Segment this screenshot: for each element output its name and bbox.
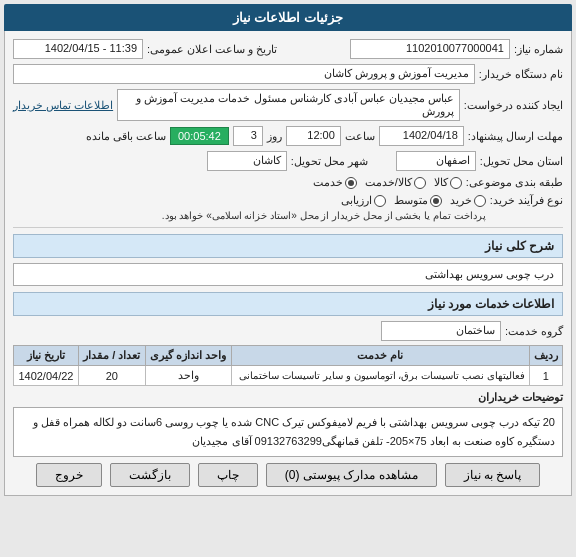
استان-label: استان محل تحویل:: [480, 155, 563, 168]
radio-کالا-خدمت[interactable]: کالا/خدمت: [365, 176, 426, 189]
اطلاعات-تماس-link[interactable]: اطلاعات تماس خریدار: [13, 99, 113, 112]
اطلاعات-خدمات-label: اطلاعات خدمات مورد نیاز: [428, 297, 554, 311]
گروه-خدمت-label: گروه خدمت:: [505, 325, 563, 338]
radio-label-خدمت: خدمت: [313, 176, 343, 189]
bottom-buttons: پاسخ به نیاز مشاهده مدارک پیوستی (0) چاپ…: [13, 463, 563, 487]
مهلت-date: 1402/04/18: [379, 126, 464, 146]
شهر-value: کاشان: [207, 151, 287, 171]
شرح-کلی-value: درب چوبی سرویس بهداشتی: [13, 263, 563, 286]
radio-circle-متوسط[interactable]: [430, 195, 442, 207]
radio-label-ارزیابی: ارزیابی: [341, 194, 372, 207]
col-ردیف: ردیف: [529, 346, 562, 366]
طبقه-radios: کالا کالا/خدمت خدمت: [313, 176, 462, 189]
cell-تعداد: 20: [78, 366, 145, 386]
شماره-نیاز-label: شماره نیاز:: [514, 43, 563, 56]
radio-label-کالا-خدمت: کالا/خدمت: [365, 176, 412, 189]
ایجاد-label: ایجاد کننده درخواست:: [464, 99, 563, 112]
روز-value: 3: [233, 126, 263, 146]
طبقه-label: طبقه بندی موضوعی:: [466, 176, 563, 189]
نوع-فرآیند-label: نوع فرآیند خرید:: [490, 194, 563, 207]
cell-تاریخ: 1402/04/22: [14, 366, 79, 386]
شماره-نیاز-value: 1102010077000041: [350, 39, 510, 59]
استان-value: اصفهان: [396, 151, 476, 171]
radio-ارزیابی[interactable]: ارزیابی: [341, 194, 386, 207]
col-نام-خدمت: نام خدمت: [231, 346, 529, 366]
radio-خرید[interactable]: خرید: [450, 194, 486, 207]
ساعت-label: ساعت: [345, 130, 375, 143]
نوع-radios: خرید متوسط ارزیابی: [162, 194, 486, 207]
radio-circle-ارزیابی[interactable]: [374, 195, 386, 207]
radio-خدمت[interactable]: خدمت: [313, 176, 357, 189]
شهر-label: شهر محل تحویل:: [291, 155, 368, 168]
radio-label-کالا: کالا: [434, 176, 448, 189]
نوع-desc: پرداخت تمام یا بخشی از محل خریدار از محل…: [162, 210, 486, 221]
header-title: جزئیات اطلاعات نیاز: [233, 10, 343, 25]
table-row: 1 فعالیتهای نصب تاسیسات برق، اتوماسیون و…: [14, 366, 563, 386]
شرح-کلی-section: شرح کلی نیاز: [13, 234, 563, 258]
چاپ-button[interactable]: چاپ: [198, 463, 258, 487]
توضیحات-label: توضیحات خریداران: [478, 391, 563, 404]
page-header: جزئیات اطلاعات نیاز: [4, 4, 572, 31]
col-تعداد: تعداد / مقدار: [78, 346, 145, 366]
radio-کالا[interactable]: کالا: [434, 176, 462, 189]
خروج-button[interactable]: خروج: [36, 463, 102, 487]
radio-circle-خرید[interactable]: [474, 195, 486, 207]
ایجاد-value: عباس مجیدیان عباس آبادی کارشناس مسئول خد…: [117, 89, 460, 121]
شرح-کلی-label: شرح کلی نیاز: [485, 239, 554, 253]
پاسخ-button[interactable]: پاسخ به نیاز: [445, 463, 541, 487]
اطلاعات-خدمات-section: اطلاعات خدمات مورد نیاز: [13, 292, 563, 316]
radio-متوسط[interactable]: متوسط: [394, 194, 442, 207]
col-تاریخ: تاریخ نیاز: [14, 346, 79, 366]
col-واحد: واحد اندازه گیری: [145, 346, 231, 366]
radio-circle-کالا[interactable]: [450, 177, 462, 189]
مهلت-label: مهلت ارسال پیشنهاد:: [468, 130, 563, 143]
radio-circle-خدمت[interactable]: [345, 177, 357, 189]
cell-نام-خدمت: فعالیتهای نصب تاسیسات برق، اتوماسیون و س…: [231, 366, 529, 386]
نام-دستگاه-label: نام دستگاه خریدار:: [479, 68, 563, 81]
توضیحات-value: 20 تیکه درب چوبی سرویس بهداشتی با فریم ل…: [13, 407, 563, 457]
cell-ردیف: 1: [529, 366, 562, 386]
مشاهده-button[interactable]: مشاهده مدارک پیوستی (0): [266, 463, 437, 487]
باقیمانده-label: ساعت باقی مانده: [86, 130, 166, 143]
گروه-خدمت-value: ساختمان: [381, 321, 501, 341]
نام-دستگاه-value: مدیریت آموزش و پرورش کاشان: [13, 64, 475, 84]
ساعت-value: 12:00: [286, 126, 341, 146]
تایمر: 00:05:42: [170, 127, 229, 145]
تاریخ-value: 1402/04/15 - 11:39: [13, 39, 143, 59]
روز-label: روز: [267, 130, 282, 143]
بازگشت-button[interactable]: بازگشت: [110, 463, 190, 487]
radio-label-خرید: خرید: [450, 194, 472, 207]
items-table: ردیف نام خدمت واحد اندازه گیری تعداد / م…: [13, 345, 563, 386]
cell-واحد: واحد: [145, 366, 231, 386]
تاریخ-label: تاریخ و ساعت اعلان عمومی:: [147, 43, 277, 56]
radio-label-متوسط: متوسط: [394, 194, 428, 207]
radio-circle-کالا-خدمت[interactable]: [414, 177, 426, 189]
